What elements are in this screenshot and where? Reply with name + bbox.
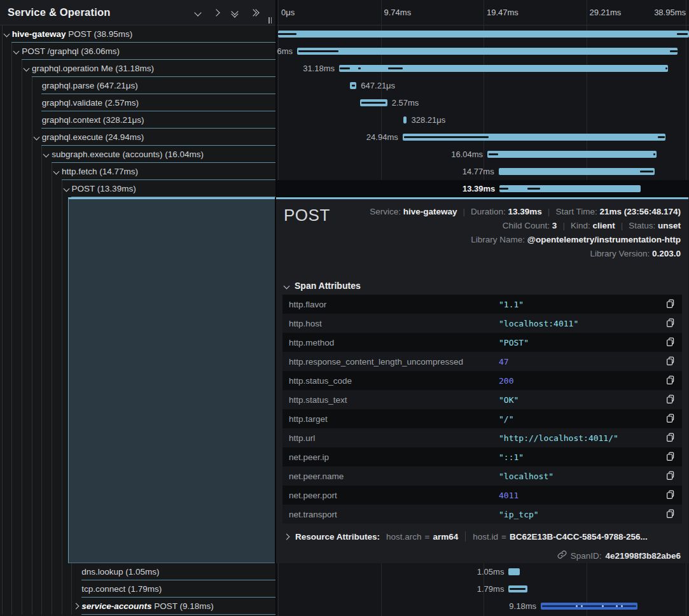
copy-icon [666,472,675,482]
indent-guide [22,197,22,563]
span-bar[interactable] [487,151,657,158]
copy-button[interactable] [666,490,675,500]
timeline-row[interactable]: 328.21μs [277,111,689,129]
timeline-row[interactable]: 31.18ms [277,60,689,77]
child-span-mark [298,50,338,52]
resource-attributes-row[interactable]: Resource Attributes:host.arch=arm64host.… [284,531,648,542]
copy-button[interactable] [666,299,675,309]
indent-guide [52,598,52,615]
timeline-row[interactable]: 24.94ms [277,129,689,146]
span-attributes-header[interactable]: Span Attributes [284,281,361,291]
indent-guide [32,163,32,180]
span-row[interactable]: dns.lookup (1.05ms) [0,563,275,580]
span-row[interactable]: graphql.parse (647.21μs) [0,77,275,94]
indent-guide [11,94,12,111]
span-bar[interactable] [508,585,527,592]
span-row[interactable]: graphql.context (328.21μs) [0,111,275,129]
timeline-rows-top: 38.95ms36.06ms31.18ms647.21μs2.57ms328.2… [277,25,689,197]
span-bar[interactable] [278,31,689,38]
span-row[interactable]: graphql.validate (2.57ms) [0,94,275,111]
axis-tick-label: 9.74ms [384,0,412,25]
copy-icon [666,319,675,330]
chevron-down-icon[interactable] [195,10,200,15]
span-row[interactable]: subgraph.execute (accounts) (16.04ms) [0,146,275,163]
separator: | [621,221,623,230]
indent-guide [71,580,72,598]
span-bar[interactable] [508,568,519,575]
timeline-row[interactable]: 16.04ms [277,146,689,163]
copy-button[interactable] [666,471,675,480]
field-value: hive-gateway [403,207,457,216]
attribute-row: net.peer.name"localhost" [282,466,682,486]
indent-guide [32,598,32,615]
equals-sign: = [425,532,430,542]
span-row[interactable]: graphql.operation Me (31.18ms) [0,60,275,77]
copy-button[interactable] [666,318,675,328]
indent-guide [52,163,52,180]
chevron-right-icon[interactable] [214,10,219,15]
timeline-row[interactable]: 1.79ms [277,580,689,598]
indent-guide [32,146,32,163]
span-bar[interactable] [403,134,666,141]
copy-button[interactable] [666,395,675,404]
child-span-mark [499,188,508,190]
timeline-row[interactable]: 1.05ms [277,563,689,580]
service-name: service-accounts [81,601,151,611]
span-id-label: SpanID: [571,551,602,561]
double-chevron-down-icon[interactable] [232,9,237,17]
chevron-down-icon[interactable] [24,66,30,72]
indent-guide [11,180,12,197]
span-bar[interactable] [339,65,668,72]
timeline-rows-bottom: 1.05ms1.79ms9.18ms [277,563,689,616]
span-row[interactable]: POST /graphql (36.06ms) [0,43,275,60]
field-label: Duration: [471,207,508,216]
span-row[interactable]: service-accounts POST (9.18ms) [0,598,275,615]
field-value: 21ms (23:56:48.174) [599,207,681,216]
copy-button[interactable] [666,375,675,385]
indent-guide [22,94,22,111]
panel-resize-handle[interactable] [268,17,272,24]
copy-button[interactable] [666,356,675,366]
copy-button[interactable] [666,452,675,461]
copy-button[interactable] [666,337,675,347]
chevron-down-icon[interactable] [63,186,69,192]
copy-button[interactable] [666,414,675,423]
chevron-right-icon[interactable] [73,603,80,610]
span-bar[interactable] [499,185,641,192]
timeline-row[interactable]: 2.57ms [277,94,689,111]
span-row[interactable]: hive-gateway POST (38.95ms) [0,25,275,43]
span-bar[interactable] [403,116,407,123]
span-bar[interactable] [360,99,387,106]
copy-button[interactable] [666,509,675,519]
copy-button[interactable] [666,433,675,442]
field-label: Service: [370,207,403,216]
span-row[interactable]: http.fetch (14.77ms) [0,163,275,180]
timeline-row[interactable]: 36.06ms [277,43,689,60]
link-icon [557,550,567,561]
detail-meta-line: Library Name: @opentelemetry/instrumenta… [370,233,681,247]
timeline-row[interactable]: 9.18ms [277,598,689,615]
timeline-row[interactable]: 14.77ms [277,163,689,180]
indent-guide [2,25,3,43]
indent-guide [2,563,3,580]
span-bar[interactable] [499,168,655,175]
span-row[interactable]: POST (13.39ms) [0,180,275,197]
span-bar[interactable] [350,82,357,89]
chevron-down-icon[interactable] [53,169,59,175]
span-row[interactable]: graphql.execute (24.94ms) [0,129,275,146]
field-label: Start Time: [555,207,599,216]
timeline-row[interactable]: 647.21μs [277,77,689,94]
timeline-row[interactable]: 38.95ms [277,25,689,43]
span-bar[interactable] [541,603,637,610]
chevron-down-icon[interactable] [43,151,50,158]
child-span-mark [665,67,667,69]
indent-guide [22,163,22,180]
span-row-label: dns.lookup (1.05ms) [81,563,159,580]
chevron-down-icon[interactable] [33,134,39,141]
double-chevron-right-icon[interactable] [251,10,258,15]
chevron-down-icon[interactable] [13,48,20,55]
chevron-down-icon[interactable] [3,31,10,38]
span-row[interactable]: tcp.connect (1.79ms) [0,580,275,598]
span-bar[interactable] [297,48,678,55]
timeline-row[interactable]: 13.39ms [277,180,689,197]
